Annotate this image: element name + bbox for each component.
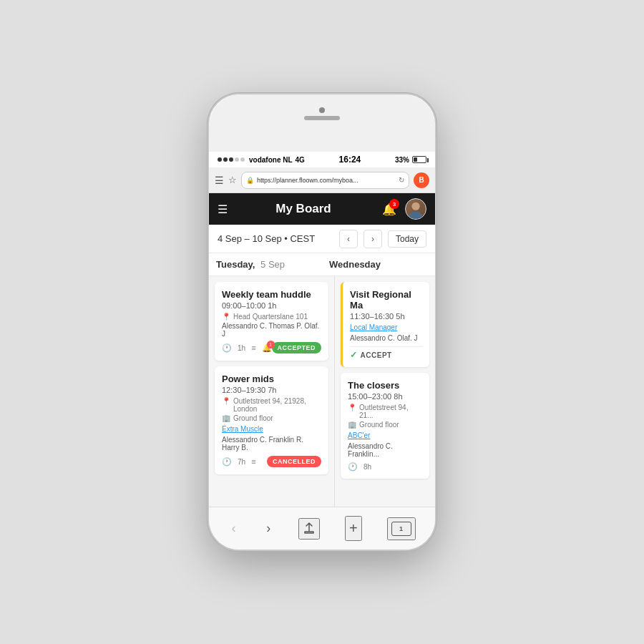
event-weekly-team-huddle[interactable]: Weekly team huddle 09:00–10:00 1h 📍 Head…	[215, 282, 328, 361]
event-4-location: 📍 Outletstreet 94, 21...	[348, 404, 422, 419]
svg-point-0	[411, 203, 419, 210]
browser-menu-icon[interactable]: ☰	[215, 175, 224, 186]
location-icon-1: 📍	[222, 313, 230, 321]
phone-camera	[319, 107, 325, 113]
battery-fill	[414, 157, 417, 162]
event-1-notif: 🔔 1	[262, 343, 272, 353]
app-header: ☰ My Board 🔔 3	[209, 193, 435, 225]
event-4-attendees: Alessandro C. Franklin...	[348, 442, 422, 458]
phone-speaker	[304, 116, 340, 120]
tuesday-column: Weekly team huddle 09:00–10:00 1h 📍 Head…	[209, 276, 334, 507]
event-4-link[interactable]: ABC'er	[348, 431, 422, 439]
event-1-footer-left: 🕐 1h ≡ 🔔 1	[222, 343, 272, 353]
brave-browser-icon[interactable]: B	[414, 172, 429, 188]
event-2-footer-left: 🕐 7h ≡	[222, 457, 256, 467]
list-icon-1: ≡	[251, 343, 255, 352]
event-1-time: 09:00–10:00 1h	[222, 301, 321, 310]
browser-star-icon[interactable]: ☆	[228, 175, 237, 185]
tab-count-button[interactable]: 1	[387, 517, 416, 540]
event-3-time: 11:30–16:30 5h	[350, 312, 422, 321]
avatar-image	[406, 198, 426, 220]
status-time: 16:24	[339, 155, 361, 165]
event-1-footer: 🕐 1h ≡ 🔔 1 ACCEPTED	[222, 342, 321, 353]
day-headers: Tuesday, 5 Sep Wednesday	[209, 253, 435, 276]
prev-week-button[interactable]: ‹	[339, 230, 358, 248]
clock-icon-4: 🕐	[348, 462, 358, 472]
event-power-mids[interactable]: Power mids 12:30–19:30 7h 📍 Outletstreet…	[215, 366, 328, 474]
date-range-bar: 4 Sep – 10 Sep • CEST ‹ › Today	[209, 225, 435, 253]
date-range-text: 4 Sep – 10 Sep • CEST	[218, 233, 333, 244]
status-bar: vodafone NL 4G 16:24 33%	[209, 152, 435, 167]
event-1-title: Weekly team huddle	[222, 289, 321, 300]
event-2-location: 📍 Outletstreet 94, 21928, London	[222, 397, 321, 413]
browser-bottom-bar: ‹ › + 1	[209, 507, 435, 550]
notification-button[interactable]: 🔔 3	[379, 199, 399, 219]
clock-icon-2: 🕐	[222, 457, 232, 467]
event-2-status-badge: CANCELLED	[267, 456, 321, 467]
add-tab-button[interactable]: +	[345, 516, 362, 541]
event-2-attendees: Alessandro C. Franklin R. Harry B.	[222, 436, 321, 452]
avatar[interactable]	[405, 198, 426, 220]
event-2-location-text: Outletstreet 94, 21928, London	[233, 397, 321, 413]
event-1-location-text: Head Quarterslane 101	[233, 313, 308, 321]
tuesday-label: Tuesday,	[216, 259, 255, 270]
event-3-divider	[350, 346, 422, 347]
event-1-notif-badge: 1	[267, 341, 275, 348]
app-title: My Board	[275, 202, 331, 216]
event-2-floor-text: Ground floor	[233, 414, 273, 422]
event-2-time: 12:30–19:30 7h	[222, 386, 321, 394]
event-1-attendees: Alessandro C. Thomas P. Olaf. J	[222, 322, 321, 338]
lock-icon: 🔒	[246, 177, 254, 184]
header-right: 🔔 3	[379, 198, 426, 220]
notification-badge: 3	[389, 199, 399, 209]
event-the-closers[interactable]: The closers 15:00–23:00 8h 📍 Outletstree…	[341, 373, 429, 479]
wednesday-column: Visit Regional Ma 11:30–16:30 5h Local M…	[334, 276, 435, 507]
share-icon	[303, 522, 316, 535]
today-button[interactable]: Today	[388, 230, 426, 248]
accept-button[interactable]: ✓ ACCEPT	[350, 350, 422, 360]
event-4-time: 15:00–23:00 8h	[348, 392, 422, 401]
forward-button[interactable]: ›	[263, 518, 273, 539]
event-4-duration: 8h	[364, 463, 371, 471]
event-4-floor: 🏢 Ground floor	[348, 421, 422, 429]
event-4-footer-left: 🕐 8h	[348, 462, 371, 472]
event-1-duration: 1h	[238, 344, 245, 352]
event-2-duration: 7h	[238, 458, 245, 466]
browser-bar: ☰ ☆ 🔒 https://planner.floown.com/myboa..…	[209, 167, 435, 193]
wednesday-header: Wednesday	[322, 253, 435, 275]
url-text: https://planner.floown.com/myboa...	[257, 177, 396, 184]
phone-screen: vodafone NL 4G 16:24 33% ☰ ☆ 🔒 https://p…	[209, 152, 435, 507]
status-battery: 33%	[395, 156, 426, 164]
menu-icon[interactable]: ☰	[218, 203, 228, 216]
reload-icon[interactable]: ↻	[399, 176, 404, 184]
floor-icon-2: 🏢	[222, 414, 230, 422]
event-1-location: 📍 Head Quarterslane 101	[222, 313, 321, 321]
status-signal: vodafone NL 4G	[218, 156, 305, 164]
wednesday-label: Wednesday	[329, 259, 381, 270]
battery-icon	[412, 156, 426, 163]
svg-point-1	[409, 212, 423, 220]
clock-icon-1: 🕐	[222, 343, 232, 353]
list-icon-2: ≡	[251, 457, 255, 466]
floor-icon-4: 🏢	[348, 421, 356, 429]
carrier-label: vodafone NL	[249, 156, 293, 164]
tuesday-date: 5 Sep	[260, 259, 285, 270]
event-visit-regional[interactable]: Visit Regional Ma 11:30–16:30 5h Local M…	[341, 282, 429, 367]
bottom-nav: ‹ › + 1	[216, 516, 428, 541]
next-week-button[interactable]: ›	[364, 230, 382, 248]
event-2-floor: 🏢 Ground floor	[222, 414, 321, 422]
phone-top-bar	[209, 94, 435, 152]
share-button[interactable]	[298, 518, 320, 540]
event-2-link[interactable]: Extra Muscle	[222, 425, 321, 433]
browser-url-bar[interactable]: 🔒 https://planner.floown.com/myboa... ↻	[241, 172, 409, 189]
tab-count-badge: 1	[391, 522, 411, 536]
back-button[interactable]: ‹	[228, 518, 238, 539]
event-3-link[interactable]: Local Manager	[350, 323, 422, 331]
event-4-floor-text: Ground floor	[359, 421, 399, 429]
signal-dot-5	[240, 157, 245, 162]
network-label: 4G	[296, 156, 305, 164]
event-2-footer: 🕐 7h ≡ CANCELLED	[222, 456, 321, 467]
event-4-title: The closers	[348, 380, 422, 391]
event-1-status-badge: ACCEPTED	[272, 342, 322, 353]
accept-label: ACCEPT	[361, 351, 392, 359]
